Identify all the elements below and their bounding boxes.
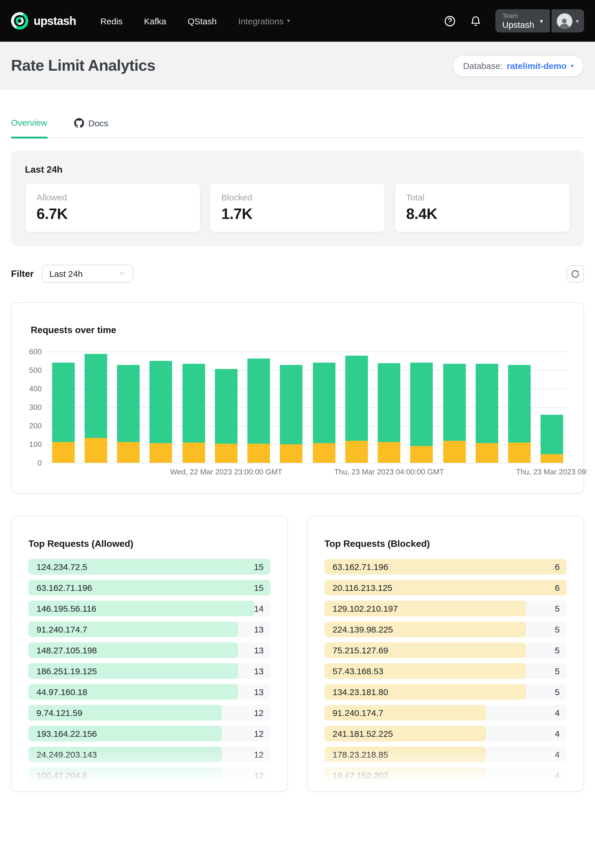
chevron-down-icon: ▾ [540, 18, 543, 24]
request-count: 14 [254, 601, 264, 616]
request-count: 5 [555, 684, 560, 700]
header-actions: Team Upstash ▾ ▾ [444, 9, 584, 32]
nav-item-integrations[interactable]: Integrations▾ [238, 16, 290, 26]
stacked-bar [117, 365, 140, 463]
stat-label: Blocked [221, 192, 374, 202]
stacked-bar [345, 356, 368, 463]
stacked-bar [215, 369, 238, 463]
stacked-bar [84, 354, 107, 463]
stat-card-total: Total 8.4K [394, 183, 570, 232]
chart-bars [47, 351, 567, 463]
y-axis-tick-label: 600 [16, 347, 42, 356]
tab-overview-label: Overview [11, 118, 47, 127]
x-axis-tick-label: Wed, 22 Mar 2023 23:00:00 GMT [170, 468, 282, 476]
list-item: 129.102.210.1975 [325, 601, 567, 616]
bar-blocked-segment [52, 442, 74, 463]
database-selector[interactable]: Database: ratelimit-demo ▾ [452, 55, 584, 77]
github-icon [74, 118, 84, 128]
rate-limit-analytics-page: upstash Redis Kafka QStash Integrations▾… [0, 0, 595, 868]
stats-title: Last 24h [25, 164, 570, 175]
ip-address: 129.102.210.197 [332, 601, 398, 616]
list-item: 75.215.127.695 [325, 642, 567, 658]
request-count: 4 [555, 726, 560, 741]
nav-item-qstash[interactable]: QStash [188, 16, 217, 26]
list-item: 20.116.213.1256 [325, 580, 567, 595]
stacked-bar [475, 363, 498, 463]
chevron-down-icon: ▾ [287, 18, 290, 24]
help-icon[interactable] [444, 15, 456, 27]
page-header: Rate Limit Analytics Database: ratelimit… [0, 42, 595, 90]
request-count: 5 [555, 621, 560, 637]
bar-blocked-segment [541, 455, 563, 463]
user-menu-button[interactable]: ▾ [552, 9, 584, 32]
bar-allowed-segment [541, 415, 563, 454]
list-item: 91.240.174.713 [28, 621, 270, 637]
y-axis-tick-label: 400 [16, 384, 42, 393]
request-count: 12 [254, 726, 264, 741]
refresh-button[interactable] [567, 265, 584, 282]
nav-item-kafka[interactable]: Kafka [144, 16, 166, 26]
stacked-bar [410, 363, 433, 463]
time-range-value: Last 24h [49, 269, 83, 279]
request-count: 13 [254, 642, 264, 658]
ip-address: 148.27.105.198 [37, 642, 97, 658]
list-item: 148.27.105.19813 [28, 642, 270, 658]
account-controls: Team Upstash ▾ ▾ [495, 9, 584, 32]
tab-docs[interactable]: Docs [74, 118, 108, 137]
bar-allowed-segment [84, 354, 107, 438]
time-range-select[interactable]: Last 24h [42, 265, 133, 283]
nav-item-redis[interactable]: Redis [100, 16, 123, 26]
list-item: 134.23.181.805 [325, 684, 567, 700]
stacked-bar [541, 415, 563, 463]
stat-value: 1.7K [221, 205, 374, 223]
x-axis-tick-label: Thu, 23 Mar 2023 09: [516, 468, 588, 476]
ip-address: 19.47.152.207 [332, 768, 388, 783]
bar-blocked-segment [215, 443, 238, 463]
top-blocked-rows: 63.162.71.196620.116.213.1256129.102.210… [325, 559, 567, 783]
notifications-bell-icon[interactable] [470, 15, 481, 27]
bar-blocked-segment [345, 440, 368, 463]
bar-allowed-segment [150, 360, 172, 443]
tab-overview[interactable]: Overview [11, 118, 47, 139]
ip-address: 193.164.22.156 [37, 726, 97, 741]
list-item: 63.162.71.1966 [325, 559, 567, 574]
chart-title: Requests over time [31, 325, 583, 335]
chevron-down-icon [118, 269, 126, 279]
upstash-logo[interactable]: upstash [11, 12, 76, 30]
y-axis-tick-label: 500 [16, 366, 42, 375]
bar-blocked-segment [182, 443, 205, 463]
ip-address: 100.47.204.6 [37, 768, 87, 783]
database-name: ratelimit-demo [506, 61, 567, 71]
top-requests-section: Top Requests (Allowed) 124.234.72.51563.… [11, 516, 584, 792]
list-item: 91.240.174.74 [325, 705, 567, 720]
team-switcher-button[interactable]: Team Upstash ▾ [495, 9, 550, 32]
bar-blocked-segment [150, 443, 172, 463]
x-axis-tick-label: Thu, 23 Mar 2023 04:00:00 GMT [334, 468, 444, 476]
main-nav: Redis Kafka QStash Integrations▾ [100, 16, 290, 26]
stacked-bar [378, 363, 400, 463]
chart-gridline [47, 463, 567, 464]
main-content: Overview Docs Last 24h Allowed 6.7K Bloc… [0, 90, 595, 792]
ip-address: 91.240.174.7 [332, 705, 383, 720]
request-count: 6 [555, 580, 560, 595]
list-item: 57.43.168.535 [325, 663, 567, 679]
bar-allowed-segment [247, 359, 270, 444]
top-allowed-card: Top Requests (Allowed) 124.234.72.51563.… [11, 516, 288, 792]
avatar [557, 13, 573, 29]
integrations-label: Integrations [238, 16, 283, 26]
bar-blocked-segment [117, 442, 140, 463]
top-allowed-rows: 124.234.72.51563.162.71.19615146.195.56.… [28, 559, 270, 783]
stacked-bar [443, 363, 465, 463]
brand-name: upstash [34, 14, 76, 28]
tab-bar: Overview Docs [11, 90, 584, 138]
bar-blocked-segment [280, 444, 303, 463]
ip-address: 91.240.174.7 [37, 621, 87, 637]
y-axis-tick-label: 200 [16, 421, 42, 430]
bar-allowed-segment [378, 363, 400, 442]
ip-address: 146.195.56.116 [37, 601, 96, 616]
ip-address: 24.249.203.143 [37, 747, 97, 762]
request-count: 6 [555, 559, 560, 574]
request-count: 12 [254, 768, 264, 783]
bar-allowed-segment [313, 363, 335, 443]
stacked-bar [313, 363, 335, 463]
